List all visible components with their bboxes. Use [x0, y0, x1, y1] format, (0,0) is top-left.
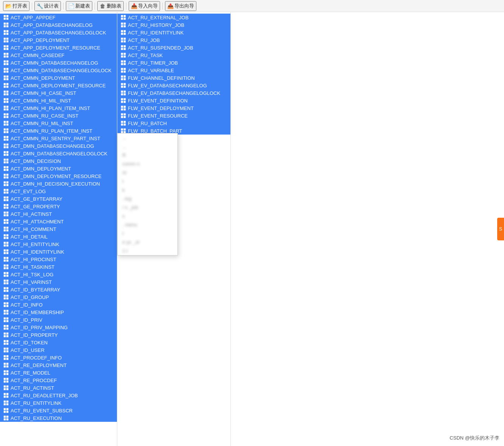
table-item[interactable]: ACT_DMN_HI_DECISION_EXECUTION — [0, 180, 117, 187]
table-item[interactable]: ACT_CMMN_HI_PLAN_ITEM_INST — [0, 104, 117, 112]
table-item[interactable]: ACT_CMMN_HI_MIL_INST — [0, 97, 117, 104]
sidebar-handle[interactable]: S — [497, 218, 504, 240]
table-item[interactable]: ACT_HI_IDENTITYLINK — [0, 248, 117, 256]
table-item[interactable]: ACT_CMMN_CASEDEF — [0, 51, 117, 59]
table-item[interactable]: ACT_ID_GROUP — [0, 293, 117, 301]
table-item[interactable]: ACT_DMN_DATABASECHANGELOGLOCK — [0, 150, 117, 157]
import-wizard-button[interactable]: 📥 导入向导 — [129, 1, 160, 11]
table-item[interactable]: ACT_HI_TASKINST — [0, 263, 117, 271]
table-item[interactable]: ACT_CMMN_RU_CASE_INST — [0, 112, 117, 119]
table-grid-icon — [3, 234, 9, 240]
table-item[interactable]: ACT_RU_TIMER_JOB — [117, 59, 230, 67]
table-item[interactable]: ACT_GE_PROPERTY — [0, 203, 117, 210]
table-item[interactable]: ACT_ID_MEMBERSHIP — [0, 308, 117, 316]
popup-menu-item[interactable]: t — [118, 229, 177, 238]
table-name-label: ACT_RE_PROCDEF — [11, 378, 57, 383]
popup-menu-item[interactable]: R — [118, 151, 177, 160]
table-item[interactable]: ACT_RU_JOB — [117, 36, 230, 44]
popup-menu-item[interactable]: nt — [118, 168, 177, 177]
table-item[interactable]: ACT_RU_SUSPENDED_JOB — [117, 44, 230, 51]
table-item[interactable]: ACT_RU_EVENT_SUBSCR — [0, 407, 117, 414]
table-name-label: ACT_CMMN_DEPLOYMENT_RESOURCE — [11, 83, 106, 88]
table-item[interactable]: ACT_ID_BYTEARRAY — [0, 286, 117, 293]
table-item[interactable]: ACT_PROCDEF_INFO — [0, 354, 117, 361]
table-item[interactable]: ACT_HI_TSK_LOG — [0, 271, 117, 278]
popup-menu-item[interactable]: k — [118, 186, 177, 194]
table-item[interactable]: FLW_EVENT_RESOURCE — [117, 112, 230, 119]
table-item[interactable]: ACT_RU_TASK — [117, 51, 230, 59]
table-item[interactable]: ACT_RU_VARIABLE — [117, 67, 230, 74]
table-item[interactable]: ACT_CMMN_DATABASECHANGELOGLOCK — [0, 67, 117, 74]
table-item[interactable]: ACT_ID_USER — [0, 346, 117, 354]
table-item[interactable]: ACT_HI_ACTINST — [0, 210, 117, 218]
popup-menu-item[interactable]: e ys _ol — [118, 238, 177, 246]
table-item[interactable]: ACT_RE_DEPLOYMENT — [0, 361, 117, 369]
popup-menu-item[interactable]: / s _job — [118, 203, 177, 212]
table-name-label: ACT_HI_ATTACHMENT — [11, 219, 64, 225]
popup-menu-item[interactable]: comm n — [118, 160, 177, 168]
table-item[interactable]: ACT_RE_MODEL — [0, 369, 117, 376]
table-item[interactable]: ACT_APP_DATABASECHANGELOG — [0, 21, 117, 29]
table-item[interactable]: ACT_RE_PROCDEF — [0, 376, 117, 384]
table-grid-icon — [3, 22, 9, 28]
svg-rect-173 — [6, 340, 8, 342]
table-item[interactable]: ACT_CMMN_DATABASECHANGELOG — [0, 59, 117, 67]
table-item[interactable]: ACT_DMN_DATABASECHANGELOG — [0, 142, 117, 150]
table-item[interactable]: ACT_CMMN_DEPLOYMENT — [0, 74, 117, 82]
table-item[interactable]: FLW_RU_BATCH — [117, 119, 230, 127]
table-item[interactable]: ACT_DMN_DECISION — [0, 157, 117, 165]
table-item[interactable]: ACT_HI_PROCINST — [0, 256, 117, 263]
table-item[interactable]: ACT_HI_ATTACHMENT — [0, 218, 117, 225]
table-item[interactable]: ACT_APP_APPDEF — [0, 14, 117, 21]
table-item[interactable]: ACT_RU_DEADLETTER_JOB — [0, 392, 117, 399]
table-item[interactable]: ACT_RU_IDENTITYLINK — [117, 29, 230, 36]
table-item[interactable]: ACT_HI_DETAIL — [0, 233, 117, 240]
popup-menu-item[interactable]: t — [118, 177, 177, 186]
table-item[interactable]: ACT_DMN_DEPLOYMENT_RESOURCE — [0, 172, 117, 180]
table-item[interactable]: ACT_CMMN_RU_PLAN_ITEM_INST — [0, 127, 117, 135]
table-item[interactable]: ACT_APP_DATABASECHANGELOGLOCK — [0, 29, 117, 36]
table-item[interactable]: FLW_EV_DATABASECHANGELOGLOCK — [117, 89, 230, 97]
popup-menu-item[interactable]: ... — [118, 133, 177, 142]
design-table-button[interactable]: 🔧 设计表 — [34, 1, 61, 11]
popup-menu-item[interactable]: 1 t — [118, 246, 177, 255]
table-item[interactable]: ACT_HI_ENTITYLINK — [0, 240, 117, 248]
svg-rect-248 — [121, 76, 123, 77]
open-table-button[interactable]: 📂 打开表 — [3, 1, 30, 11]
table-item[interactable]: ACT_ID_INFO — [0, 301, 117, 308]
delete-table-button[interactable]: 🗑 删除表 — [97, 1, 124, 11]
svg-rect-242 — [121, 63, 123, 65]
table-item[interactable]: ACT_EVT_LOG — [0, 187, 117, 195]
table-item[interactable]: ACT_APP_DEPLOYMENT — [0, 36, 117, 44]
table-item[interactable]: ACT_CMMN_HI_CASE_INST — [0, 89, 117, 97]
table-item[interactable]: ACT_ID_PRIV — [0, 316, 117, 324]
table-item[interactable]: ACT_DMN_DEPLOYMENT — [0, 165, 117, 172]
table-item[interactable]: FLW_CHANNEL_DEFINITION — [117, 74, 230, 82]
table-item[interactable]: FLW_EVENT_DEPLOYMENT — [117, 104, 230, 112]
table-item[interactable]: ACT_APP_DEPLOYMENT_RESOURCE — [0, 44, 117, 51]
table-item[interactable]: ACT_GE_BYTEARRAY — [0, 195, 117, 203]
table-item[interactable]: ACT_RU_ENTITYLINK — [0, 399, 117, 407]
table-item[interactable]: ACT_CMMN_RU_SENTRY_PART_INST — [0, 135, 117, 142]
table-item[interactable]: ACT_ID_PROPERTY — [0, 331, 117, 339]
export-wizard-button[interactable]: 📤 导出向导 — [165, 1, 196, 11]
popup-menu-item[interactable]: , menu — [118, 220, 177, 229]
popup-menu-item[interactable]: s — [118, 212, 177, 220]
table-grid-icon — [3, 362, 9, 368]
table-item[interactable]: ACT_HI_COMMENT — [0, 225, 117, 233]
popup-menu-item[interactable]: ..log — [118, 194, 177, 203]
new-table-button[interactable]: 📄 新建表 — [66, 1, 92, 11]
table-item[interactable]: ACT_RU_HISTORY_JOB — [117, 21, 230, 29]
table-item[interactable]: ACT_ID_PRIV_MAPPING — [0, 324, 117, 331]
table-item[interactable]: ACT_CMMN_RU_MIL_INST — [0, 119, 117, 127]
table-item[interactable]: ACT_RU_EXTERNAL_JOB — [117, 14, 230, 21]
popup-menu-item[interactable]: ... — [118, 142, 177, 151]
table-item[interactable]: ACT_CMMN_DEPLOYMENT_RESOURCE — [0, 82, 117, 89]
table-item[interactable]: FLW_EVENT_DEFINITION — [117, 97, 230, 104]
left-table-list[interactable]: ACT_APP_APPDEF ACT_APP_DATABASECHANGELOG… — [0, 12, 117, 446]
table-item[interactable]: ACT_ID_TOKEN — [0, 339, 117, 346]
table-item[interactable]: FLW_EV_DATABASECHANGELOG — [117, 82, 230, 89]
table-item[interactable]: ACT_RU_EXECUTION — [0, 414, 117, 422]
table-item[interactable]: ACT_HI_VARINST — [0, 278, 117, 286]
table-item[interactable]: ACT_RU_ACTINST — [0, 384, 117, 392]
